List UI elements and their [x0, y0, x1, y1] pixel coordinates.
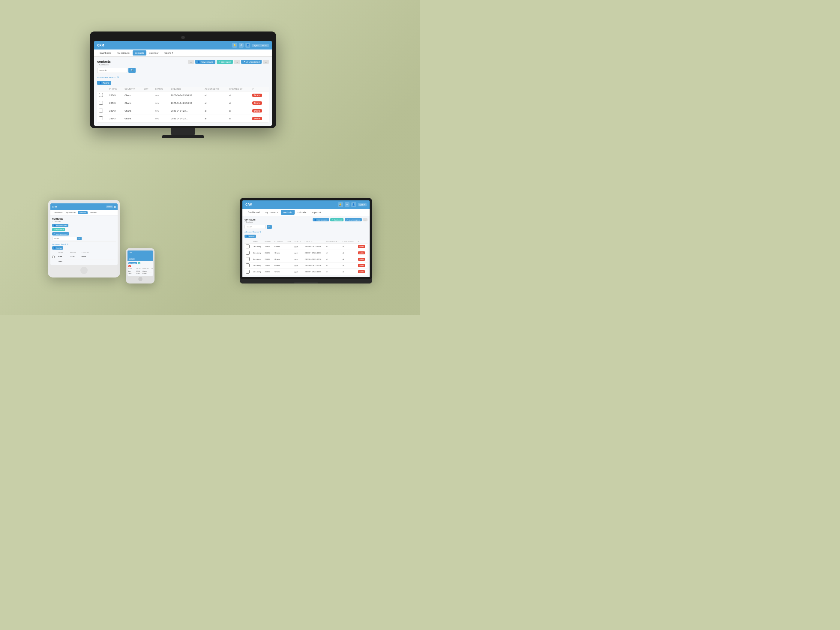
laptop-user-icon[interactable]: 👤 — [351, 202, 356, 207]
laptop-city-cell — [286, 256, 293, 262]
notification-icon[interactable]: 🔔 — [232, 43, 237, 48]
delete-button[interactable]: Delete — [252, 101, 262, 105]
laptop-nav-dashboard[interactable]: Dashboard — [245, 210, 262, 215]
tablet-nav-dashboard[interactable]: Dashboard — [52, 211, 64, 214]
laptop-nav-my-contacts[interactable]: my contacts — [262, 210, 280, 215]
row-checkbox[interactable] — [99, 101, 103, 105]
tablet-search-input[interactable] — [52, 237, 76, 240]
laptop-notification-icon[interactable]: 🔔 — [338, 202, 343, 207]
delete-button[interactable]: Delete — [252, 109, 262, 112]
user-badge[interactable]: nginxt... admin — [252, 44, 269, 47]
settings-icon[interactable]: ⚙ — [239, 43, 243, 48]
laptop-row-check[interactable] — [246, 245, 249, 248]
row-checkbox[interactable] — [99, 117, 103, 120]
laptop-nav-calendar[interactable]: calendar — [295, 210, 309, 215]
tablet-menu-icon[interactable]: ☰ — [114, 205, 116, 208]
laptop-page-header: contacts 7 Contacts 👤 new contacts ⧉ dup… — [245, 218, 368, 223]
col-phone: PHONE — [107, 87, 123, 92]
phone-new-contacts-btn[interactable]: new contacts — [128, 262, 137, 264]
row-checkbox[interactable] — [99, 109, 103, 112]
phone-duplicated-btn[interactable]: ⧉ — [138, 262, 141, 264]
nav-my-contacts[interactable]: my contacts — [114, 51, 132, 55]
laptop-delete-btn[interactable]: delete — [358, 245, 365, 248]
tablet-nav-contacts[interactable]: contacts — [78, 211, 87, 214]
duplicated-button[interactable]: ⧉ duplicated — [216, 60, 233, 64]
laptop-col-phone: PHONE — [264, 240, 273, 243]
laptop-search-btn[interactable]: 🔍 — [267, 225, 272, 229]
tablet-nav-my-contacts[interactable]: my contacts — [65, 211, 77, 214]
tablet-content: contacts 7 Contacts 👤 new contacts ⧉ dup… — [51, 215, 118, 265]
col-created-by: CREATED BY — [227, 87, 251, 92]
unassigned-button[interactable]: ↗ un unassigned — [241, 60, 262, 64]
advanced-search[interactable]: Advanced Search ⇅ — [97, 76, 269, 79]
laptop-nav-contacts[interactable]: contacts — [281, 210, 295, 215]
laptop-row-check[interactable] — [246, 264, 249, 267]
btn-export[interactable]: ... — [188, 60, 194, 64]
laptop-delete-btn[interactable]: delete — [358, 258, 365, 261]
laptop-row-check[interactable] — [246, 257, 249, 261]
phone-nav-contacts[interactable]: contacts — [129, 258, 135, 260]
tablet-name2-cell: Yana — [58, 261, 70, 262]
laptop-name-cell: Ezra Yang — [251, 250, 264, 256]
row-checkbox[interactable] — [99, 93, 103, 97]
delete-button[interactable]: Delete — [252, 93, 262, 97]
delete-button[interactable]: Delete — [252, 117, 262, 120]
tablet-advanced-search[interactable]: Advanced Search ⇅ — [52, 243, 116, 245]
search-button[interactable]: 🔍 — [128, 68, 136, 73]
tablet-home-button[interactable] — [81, 267, 88, 274]
nav-calendar[interactable]: calendar — [147, 51, 161, 55]
tablet-assign-btn[interactable]: 👤 Assing — [52, 246, 63, 249]
laptop-settings-icon[interactable]: ⚙ — [345, 202, 349, 207]
tablet-search-btn[interactable]: 🔍 — [77, 237, 82, 240]
laptop-btn-more[interactable]: ... — [363, 218, 368, 221]
laptop-created-cell: 2022-04-04 23:56:56 — [303, 250, 325, 256]
tablet-new-contacts-btn[interactable]: 👤 new contacts — [52, 224, 68, 227]
laptop-user-badge[interactable]: admin — [358, 203, 366, 207]
laptop-delete-btn[interactable]: delete — [358, 270, 365, 273]
monitor-stand — [171, 128, 195, 135]
laptop-row-check[interactable] — [246, 251, 249, 255]
laptop-new-contacts-btn[interactable]: 👤 new contacts — [313, 218, 329, 221]
city-cell — [142, 99, 153, 107]
laptop-delete-btn[interactable]: delete — [358, 264, 365, 267]
created-by-cell: al — [227, 92, 251, 99]
phone-screen: CRM contacts new contacts ⧉ ● NAME PHONE — [128, 251, 153, 276]
tablet-unassigned-btn[interactable]: ↗ un unassigned — [52, 232, 69, 235]
phone-cell: 23343 — [107, 107, 123, 115]
phone-table-header: NAME PHONE COUNTRY CITY — [128, 268, 152, 270]
page-header-left: contacts 7 Contacts — [97, 60, 111, 66]
assign-button[interactable]: 👤 Assing — [97, 81, 111, 85]
laptop-country-cell: Ghana — [273, 250, 286, 256]
phone-name2: Yana — [128, 273, 136, 275]
laptop-col-created-by: CREATED BY — [341, 240, 357, 243]
laptop-search-input[interactable] — [245, 225, 265, 229]
nav-contacts[interactable]: contacts — [133, 51, 147, 55]
table-row: 23343 Ghana new 2022-04-04 23:... al al … — [97, 107, 269, 115]
col-action: # — [251, 87, 269, 92]
laptop-unassigned-btn[interactable]: ↗ un unassigned — [345, 218, 362, 221]
laptop-row-check[interactable] — [246, 270, 249, 273]
phone-home-button[interactable] — [138, 277, 142, 281]
created-cell: 2022-04-04 23:56:56 — [169, 92, 203, 99]
laptop-advanced-search[interactable]: Advanced Search ⇅ — [245, 231, 368, 233]
new-contacts-button[interactable]: 👤 new contacts — [195, 60, 215, 64]
btn-more[interactable]: ... — [263, 60, 269, 64]
tablet-phone2-cell — [70, 261, 81, 262]
laptop-duplicated-btn[interactable]: ⧉ duplicated — [330, 218, 344, 221]
tablet-nav-calendar[interactable]: calendar — [88, 211, 98, 214]
laptop-topbar-right: 🔔 ⚙ 👤 admin — [338, 202, 366, 207]
nav-reports[interactable]: reports ▾ — [161, 51, 175, 55]
user-icon[interactable]: 👤 — [245, 43, 250, 48]
laptop-delete-btn[interactable]: delete — [358, 251, 365, 254]
filter-icon: ⇅ — [117, 76, 119, 79]
laptop-assign-btn[interactable]: 👤 Assing — [245, 235, 256, 238]
phone-country1: Ghana — [142, 271, 150, 272]
laptop-nav-reports[interactable]: reports ▾ — [309, 210, 324, 215]
btn-middle[interactable]: ... — [234, 60, 240, 64]
phone: CRM contacts new contacts ⧉ ● NAME PHONE — [126, 248, 155, 284]
nav-dashboard[interactable]: Dashboard — [97, 51, 114, 55]
tablet-duplicated-btn[interactable]: ⧉ duplicated — [52, 228, 65, 231]
tablet-divider — [52, 242, 116, 242]
laptop-name-cell: Ezra Yang — [251, 269, 264, 275]
search-input[interactable] — [97, 68, 127, 73]
